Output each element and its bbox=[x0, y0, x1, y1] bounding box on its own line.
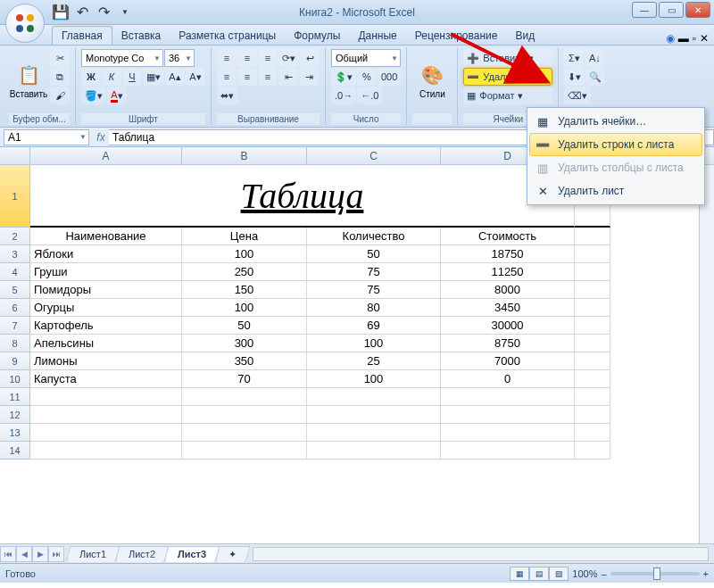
cell[interactable]: 350 bbox=[182, 352, 307, 370]
sheet-tab[interactable]: Лист3 bbox=[164, 546, 220, 562]
border-button[interactable]: ▦▾ bbox=[143, 68, 164, 86]
copy-icon[interactable]: ⧉ bbox=[50, 68, 70, 86]
decrease-indent-icon[interactable]: ⇤ bbox=[278, 68, 298, 86]
minimize-ribbon-icon[interactable]: ▬ bbox=[678, 32, 689, 45]
zoom-out-icon[interactable]: – bbox=[601, 568, 606, 579]
cell[interactable]: 50 bbox=[182, 317, 307, 335]
cell[interactable] bbox=[575, 370, 610, 388]
row-header[interactable]: 12 bbox=[0, 406, 30, 424]
cell[interactable] bbox=[575, 317, 610, 335]
new-sheet-tab[interactable]: ✦ bbox=[215, 546, 251, 562]
vertical-scrollbar[interactable] bbox=[699, 165, 714, 543]
cell[interactable]: Картофель bbox=[30, 317, 182, 335]
cell[interactable]: 3450 bbox=[441, 299, 575, 317]
cell[interactable] bbox=[182, 388, 307, 406]
sheet-tab[interactable]: Лист1 bbox=[66, 546, 120, 562]
merge-center-button[interactable]: ⬌▾ bbox=[217, 87, 237, 104]
column-header[interactable]: A bbox=[30, 147, 182, 164]
wrap-text-icon[interactable]: ↩ bbox=[300, 49, 320, 67]
cell[interactable]: 50 bbox=[307, 245, 441, 263]
cell[interactable]: 100 bbox=[307, 335, 441, 352]
fx-icon[interactable]: fx bbox=[93, 131, 109, 144]
cell[interactable]: 250 bbox=[182, 263, 307, 281]
cell[interactable]: 150 bbox=[182, 281, 307, 299]
view-normal-icon[interactable]: ▦ bbox=[510, 567, 529, 581]
row-header[interactable]: 3 bbox=[0, 245, 30, 263]
row-header[interactable]: 11 bbox=[0, 388, 30, 406]
tab-formulas[interactable]: Формулы bbox=[285, 27, 349, 45]
row-header[interactable]: 10 bbox=[0, 370, 30, 388]
tab-data[interactable]: Данные bbox=[349, 27, 405, 45]
cell[interactable] bbox=[307, 424, 441, 442]
close-workbook-icon[interactable]: ✕ bbox=[700, 32, 709, 45]
autosum-icon[interactable]: Σ▾ bbox=[564, 49, 584, 67]
cell[interactable]: 8000 bbox=[441, 281, 575, 299]
tab-home[interactable]: Главная bbox=[52, 26, 112, 45]
row-header[interactable]: 8 bbox=[0, 335, 30, 352]
qat-dropdown-icon[interactable]: ▼ bbox=[116, 4, 134, 21]
cell[interactable] bbox=[575, 335, 610, 352]
cell[interactable]: Лимоны bbox=[30, 352, 182, 370]
horizontal-scrollbar[interactable] bbox=[253, 547, 709, 561]
menu-delete-cells[interactable]: ▦Удалить ячейки… bbox=[529, 110, 702, 133]
format-painter-icon[interactable]: 🖌 bbox=[50, 87, 70, 104]
cut-icon[interactable]: ✂ bbox=[50, 49, 70, 67]
cell[interactable] bbox=[441, 406, 575, 424]
font-size-combo[interactable]: 36▼ bbox=[164, 49, 195, 67]
zoom-in-icon[interactable]: + bbox=[703, 568, 709, 579]
restore-window-icon[interactable]: ▫ bbox=[693, 32, 696, 45]
cell[interactable] bbox=[575, 406, 610, 424]
cell[interactable]: 0 bbox=[441, 370, 575, 388]
zoom-slider[interactable] bbox=[610, 572, 700, 576]
cell[interactable]: Огурцы bbox=[30, 299, 182, 317]
fill-color-button[interactable]: 🪣▾ bbox=[81, 87, 106, 104]
underline-button[interactable]: Ч bbox=[122, 68, 142, 86]
row-header[interactable]: 7 bbox=[0, 317, 30, 335]
align-bottom-icon[interactable]: ≡ bbox=[258, 49, 278, 67]
cell[interactable] bbox=[575, 352, 610, 370]
italic-button[interactable]: К bbox=[102, 68, 121, 86]
cell[interactable]: 80 bbox=[307, 299, 441, 317]
increase-decimal-icon[interactable]: .0→ bbox=[331, 87, 356, 104]
cell[interactable]: 25 bbox=[307, 352, 441, 370]
redo-icon[interactable]: ↷ bbox=[95, 4, 112, 21]
cell[interactable] bbox=[575, 281, 610, 299]
cell[interactable]: 70 bbox=[182, 370, 307, 388]
row-header[interactable]: 5 bbox=[0, 281, 30, 299]
bold-button[interactable]: Ж bbox=[81, 68, 101, 86]
align-left-icon[interactable]: ≡ bbox=[217, 68, 237, 86]
menu-delete-cols[interactable]: ▥Удалить столбцы с листа bbox=[529, 156, 702, 179]
menu-delete-sheet[interactable]: ✕Удалить лист bbox=[529, 179, 702, 203]
cell[interactable] bbox=[441, 388, 575, 406]
cell[interactable] bbox=[30, 442, 182, 460]
help-icon[interactable]: ◉ bbox=[666, 32, 675, 45]
row-header[interactable]: 4 bbox=[0, 263, 30, 281]
cell[interactable]: 8750 bbox=[441, 335, 575, 352]
menu-delete-rows[interactable]: ➖Удалить строки с листа bbox=[529, 133, 702, 156]
cell[interactable]: 75 bbox=[307, 263, 441, 281]
cell[interactable] bbox=[30, 406, 182, 424]
find-select-icon[interactable]: 🔍 bbox=[585, 68, 605, 86]
cell[interactable]: Цена bbox=[182, 228, 307, 245]
cell[interactable] bbox=[575, 388, 610, 406]
cell[interactable]: 7000 bbox=[441, 352, 575, 370]
select-all-corner[interactable] bbox=[0, 147, 30, 164]
tab-view[interactable]: Вид bbox=[506, 27, 544, 45]
shrink-font-icon[interactable]: A▾ bbox=[186, 68, 205, 86]
cell[interactable] bbox=[575, 442, 610, 460]
insert-cells-button[interactable]: ➕Вставить▾ bbox=[463, 49, 552, 67]
sheet-nav-next[interactable]: ▶ bbox=[32, 546, 48, 562]
sort-filter-icon[interactable]: A↓ bbox=[585, 49, 604, 67]
cell[interactable]: 30000 bbox=[441, 317, 575, 335]
undo-icon[interactable]: ↶ bbox=[73, 4, 91, 21]
cell[interactable]: 100 bbox=[307, 370, 441, 388]
view-page-layout-icon[interactable]: ▤ bbox=[529, 567, 549, 581]
cell[interactable] bbox=[441, 442, 575, 460]
save-icon[interactable]: 💾 bbox=[52, 4, 70, 21]
cell[interactable] bbox=[182, 424, 307, 442]
cell[interactable]: 18750 bbox=[441, 245, 575, 263]
cell[interactable]: Количество bbox=[307, 228, 441, 245]
cell[interactable] bbox=[182, 442, 307, 460]
row-header[interactable]: 13 bbox=[0, 424, 30, 442]
cell[interactable] bbox=[30, 388, 182, 406]
